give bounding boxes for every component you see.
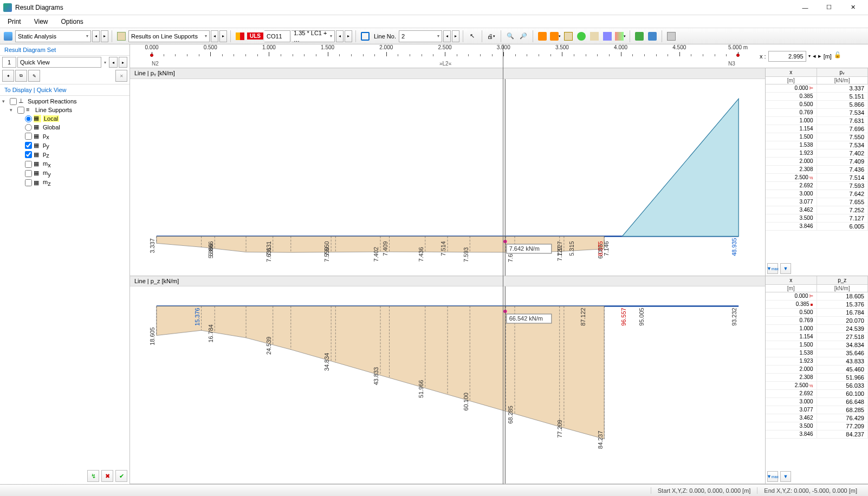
table-row[interactable]: 1.50034.834 [766,341,868,349]
new-set-icon[interactable]: ✦ [2,70,14,82]
t1-filter[interactable]: ▼ [780,263,791,274]
t2-filter-max[interactable]: ▼max [767,471,778,482]
chk-mz[interactable] [25,179,32,186]
table-row[interactable]: 0.5005.866 [766,101,868,109]
diagram-2-canvas[interactable]: 18.60516.78424.53934.83443.83351.96660.1… [130,286,765,484]
analysis-combo[interactable]: Static Analysis▾ [15,30,91,42]
tb-icon-9[interactable] [646,30,658,42]
table-2-body[interactable]: 0.000⊢18.6050.385■15.3760.50016.7840.769… [766,292,868,469]
maximize-button[interactable]: ☐ [817,0,841,15]
table-row[interactable]: 3.84684.237 [766,430,868,439]
x-prev[interactable]: ◂ [813,53,816,60]
next-combo[interactable]: ▸ [345,30,352,42]
table-row[interactable]: 1.00024.539 [766,325,868,333]
tb-icon-4[interactable] [575,30,587,42]
table-row[interactable]: 3.8466.005 [766,223,868,231]
prev-line[interactable]: ◂ [443,30,451,42]
table-row[interactable]: 2.00045.460 [766,366,868,374]
table-row[interactable]: 0.76920.070 [766,317,868,325]
table-row[interactable]: 0.3855.151 [766,93,868,101]
table-row[interactable]: 3.00066.648 [766,398,868,406]
t2-filter[interactable]: ▼ [780,471,791,482]
tb-icon-3[interactable] [562,30,574,42]
next-results[interactable]: ▸ [219,30,227,42]
table-row[interactable]: 1.9237.402 [766,149,868,158]
copy-set-icon[interactable]: ⧉ [15,70,27,82]
table-row[interactable]: 1.1547.696 [766,125,868,133]
table-row[interactable]: 0.385■15.376 [766,301,868,309]
print-icon[interactable]: 🖨▾ [485,30,497,42]
prev-combo[interactable]: ◂ [336,30,344,42]
tb-icon-7[interactable]: ▾ [614,30,626,42]
next-line[interactable]: ▸ [452,30,459,42]
chk-px[interactable] [25,133,32,140]
x-next[interactable]: ▸ [818,53,821,60]
chk-support-reactions[interactable] [10,98,17,105]
analysis-type-icon[interactable] [2,30,14,42]
table-row[interactable]: 3.46276.429 [766,414,868,422]
chk-line-supports[interactable] [17,107,24,114]
line-icon[interactable] [359,30,371,42]
table-row[interactable]: 0.50016.784 [766,309,868,317]
marker-line[interactable] [503,44,503,484]
menu-view[interactable]: View [31,17,51,27]
tb-icon-5[interactable] [588,30,600,42]
zoom-in-icon[interactable]: 🔍 [504,30,516,42]
tb-icon-6[interactable] [601,30,613,42]
delete-set-icon[interactable]: ✕ [115,70,127,82]
table-row[interactable]: 3.0007.642 [766,190,868,198]
table-row[interactable]: 1.0007.631 [766,117,868,125]
bottom-icon-2[interactable]: ✖ [101,470,113,482]
tb-icon-1[interactable] [536,30,548,42]
prev-analysis[interactable]: ◂ [92,30,100,42]
pick-icon[interactable]: ↖ [467,30,478,42]
table-row[interactable]: 2.69260.100 [766,390,868,398]
close-button[interactable]: ✕ [841,0,865,15]
co-combo[interactable]: CO11 [264,30,290,42]
tb-icon-8[interactable] [633,30,645,42]
x-value-input[interactable] [768,51,806,62]
table-row[interactable]: 3.0777.655 [766,198,868,206]
menu-options[interactable]: Options [57,17,86,27]
table-row[interactable]: 3.4627.252 [766,206,868,214]
set-name-input[interactable] [17,57,101,68]
chk-my[interactable] [25,170,32,177]
t1-filter-max[interactable]: ▼max [767,263,778,274]
radio-local[interactable] [25,115,32,122]
diagram-1-canvas[interactable]: 3.3375.8667.6317.5507.4027.4367.5937.655… [130,79,765,276]
minimize-button[interactable]: — [793,0,817,15]
results-on-combo[interactable]: Results on Line Supports▾ [128,30,210,42]
next-analysis[interactable]: ▸ [101,30,108,42]
line-no-combo[interactable]: 2▾ [399,30,442,42]
chk-py[interactable] [25,142,32,149]
chk-mx[interactable] [25,161,32,168]
set-number-input[interactable] [2,57,16,68]
table-row[interactable]: 1.5007.550 [766,133,868,141]
table-row[interactable]: 3.5007.127 [766,214,868,223]
table-1-body[interactable]: 0.000⊢3.3370.3855.1510.5005.8660.7697.53… [766,84,868,262]
table-row[interactable]: 1.15427.518 [766,333,868,341]
ruler[interactable]: 0.0000.5001.0001.5002.0002.5003.0003.500… [130,44,760,68]
table-row[interactable]: 2.30851.966 [766,374,868,382]
table-row[interactable]: 2.500½56.033 [766,382,868,390]
table-row[interactable]: 0.7697.534 [766,109,868,117]
prev-set[interactable]: ◂ [109,57,118,68]
combo-expr[interactable]: 1.35 * LC1 + …▾ [292,30,335,42]
table-row[interactable]: 0.000⊢3.337 [766,84,868,93]
table-row[interactable]: 2.3087.436 [766,166,868,174]
edit-set-icon[interactable]: ✎ [28,70,40,82]
results-on-icon[interactable] [115,30,127,42]
zoom-out-icon[interactable]: 🔎 [517,30,529,42]
table-row[interactable]: 2.500½7.514 [766,174,868,182]
table-row[interactable]: 3.07768.285 [766,406,868,414]
table-row[interactable]: 1.5387.534 [766,141,868,149]
table-row[interactable]: 0.000⊢18.605 [766,292,868,301]
bottom-icon-1[interactable]: ↯ [87,470,99,482]
bottom-icon-3[interactable]: ✔ [115,470,127,482]
radio-global[interactable] [25,124,32,131]
next-set[interactable]: ▸ [119,57,127,68]
tb-icon-10[interactable] [665,30,677,42]
menu-print[interactable]: Print [4,17,24,27]
lock-icon[interactable]: 🔓 [834,51,844,61]
table-row[interactable]: 1.92343.833 [766,357,868,366]
